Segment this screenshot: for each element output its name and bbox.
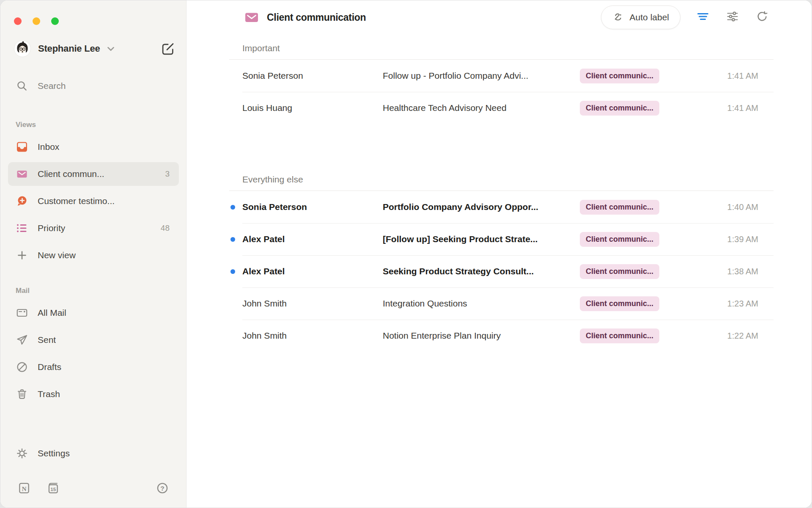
email-row[interactable]: Alex PatelSeeking Product Strategy Consu… (229, 255, 774, 287)
display-settings-button[interactable] (725, 10, 740, 25)
minimize-button[interactable] (33, 17, 40, 25)
mail-header-icon (244, 11, 259, 24)
email-time: 1:41 AM (697, 103, 774, 113)
unread-dot (230, 237, 235, 242)
search-button[interactable]: Search (8, 74, 179, 98)
email-label-badge[interactable]: Client communic... (580, 232, 659, 247)
account-switcher[interactable]: Stephanie Lee (14, 40, 116, 57)
bottom-app-row: N 15 (17, 481, 169, 495)
sidebar-section-label: Mail (16, 287, 178, 295)
sidebar-item-priority[interactable]: Priority48 (8, 216, 179, 240)
help-button[interactable]: ? (156, 481, 169, 495)
email-section: ImportantSonia PetersonFollow up - Portf… (229, 43, 774, 124)
sidebar-item-drafts[interactable]: Drafts (8, 355, 179, 379)
email-sender: Sonia Peterson (242, 202, 307, 212)
unread-dot (230, 205, 235, 210)
email-row[interactable]: Alex Patel[Follow up] Seeking Product St… (229, 223, 774, 255)
sidebar-item-inbox[interactable]: Inbox (8, 135, 179, 159)
email-row[interactable]: Sonia PetersonFollow up - Portfolio Comp… (229, 60, 774, 92)
inbox-icon (16, 141, 28, 153)
refresh-button[interactable] (755, 10, 769, 25)
sidebar-item-label: Sent (38, 335, 56, 345)
sidebar-navigation: ViewsInboxClient commun...3Customer test… (0, 101, 186, 409)
sidebar-item-label: Inbox (38, 142, 59, 152)
sidebar-item-label: Customer testimo... (38, 196, 115, 206)
email-row[interactable]: Louis HuangHealthcare Tech Advisory Need… (229, 92, 774, 124)
sidebar-item-new-view[interactable]: New view (8, 243, 179, 267)
sidebar-item-all-mail[interactable]: All Mail (8, 301, 179, 325)
svg-text:N: N (22, 485, 26, 492)
sidebar: Stephanie Lee (0, 0, 187, 508)
chat-plus-icon (16, 195, 28, 207)
email-time: 1:23 AM (697, 299, 774, 309)
email-rows: Sonia PetersonFollow up - Portfolio Comp… (229, 59, 774, 124)
email-subject: Notion Enterprise Plan Inquiry (383, 331, 580, 341)
unread-dot (230, 269, 235, 274)
sliders-icon (726, 10, 739, 23)
trash-icon (16, 388, 28, 400)
help-icon: ? (156, 481, 169, 495)
window-controls (0, 0, 186, 25)
sidebar-item-label: Trash (38, 389, 60, 399)
email-sender: Sonia Peterson (242, 71, 303, 81)
email-label-badge[interactable]: Client communic... (580, 296, 659, 311)
sidebar-item-count: 3 (165, 169, 170, 179)
section-header: Everything else (229, 174, 774, 190)
sidebar-bottom: Settings N 15 (0, 442, 186, 508)
email-list: ImportantSonia PetersonFollow up - Portf… (229, 28, 774, 352)
drafts-icon (16, 361, 28, 373)
sidebar-section-label: Views (16, 121, 178, 129)
svg-text:15: 15 (50, 486, 56, 492)
app-window: Stephanie Lee (0, 0, 812, 508)
email-sender: Louis Huang (242, 103, 292, 113)
email-label-badge[interactable]: Client communic... (580, 200, 659, 215)
maximize-button[interactable] (51, 17, 59, 25)
compose-icon (161, 41, 175, 56)
email-sender: Alex Patel (242, 234, 285, 244)
email-label-badge[interactable]: Client communic... (580, 329, 659, 343)
svg-text:?: ? (160, 485, 164, 492)
sidebar-item-count: 48 (161, 224, 170, 233)
auto-label-button[interactable]: Auto label (601, 6, 680, 29)
refresh-icon (756, 10, 768, 23)
email-label-badge[interactable]: Client communic... (580, 101, 659, 116)
send-icon (16, 334, 28, 346)
email-rows: Sonia PetersonPortfolio Company Advisory… (229, 190, 774, 352)
sidebar-item-label: Settings (38, 448, 70, 458)
email-sender: Alex Patel (242, 266, 285, 276)
sidebar-item-label: Priority (38, 223, 65, 233)
notion-calendar-app-button[interactable]: 15 (46, 481, 60, 495)
search-label: Search (38, 81, 66, 91)
page-title: Client communication (267, 12, 366, 23)
email-label-badge[interactable]: Client communic... (580, 264, 659, 279)
notion-app-button[interactable]: N (17, 481, 31, 495)
close-button[interactable] (14, 17, 22, 25)
compose-button[interactable] (160, 41, 176, 57)
filter-button[interactable] (696, 10, 710, 25)
sidebar-item-label: All Mail (38, 308, 66, 318)
email-time: 1:39 AM (697, 235, 774, 244)
avatar (14, 40, 31, 57)
email-subject: Portfolio Company Advisory Oppor... (383, 202, 580, 212)
profile-name: Stephanie Lee (38, 43, 100, 54)
email-label-badge[interactable]: Client communic... (580, 69, 659, 83)
email-time: 1:40 AM (697, 202, 774, 212)
chevron-down-icon (105, 43, 116, 54)
email-row[interactable]: John SmithIntegration QuestionsClient co… (229, 287, 774, 320)
email-row[interactable]: Sonia PetersonPortfolio Company Advisory… (229, 191, 774, 223)
email-sender: John Smith (242, 331, 287, 341)
filter-icon (697, 10, 709, 23)
email-row[interactable]: John SmithNotion Enterprise Plan Inquiry… (229, 320, 774, 352)
sidebar-item-client-commun[interactable]: Client commun...3 (8, 162, 179, 186)
email-subject: [Follow up] Seeking Product Strate... (383, 234, 580, 244)
sidebar-item-settings[interactable]: Settings (8, 442, 179, 465)
plus-icon (16, 249, 28, 262)
sidebar-item-label: Drafts (38, 362, 61, 372)
search-icon (16, 80, 28, 92)
email-sender: John Smith (242, 298, 287, 309)
view-header: Client communication Auto label (187, 0, 812, 28)
sidebar-item-trash[interactable]: Trash (8, 382, 179, 406)
sidebar-item-sent[interactable]: Sent (8, 328, 179, 352)
notion-icon: N (17, 481, 31, 495)
sidebar-item-customer-testimo[interactable]: Customer testimo... (8, 189, 179, 213)
